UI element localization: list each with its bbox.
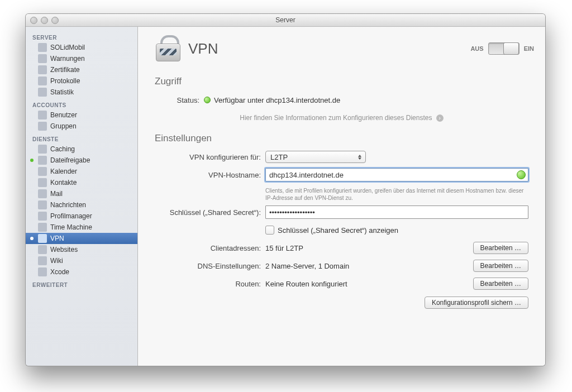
save-config-profile-button[interactable]: Konfigurationsprofil sichern … xyxy=(425,297,528,309)
wiki-icon xyxy=(38,256,47,265)
sidebar-item-wiki[interactable]: Wiki xyxy=(26,255,137,266)
sidebar-item-solidmobil[interactable]: SOLidMobil xyxy=(26,42,137,53)
sidebar-item-label: Profilmanager xyxy=(50,212,92,220)
calendar-icon xyxy=(38,167,47,176)
sidebar-item-kalender[interactable]: Kalender xyxy=(26,166,137,177)
protocol-select[interactable]: L2TP xyxy=(265,151,366,163)
websites-icon xyxy=(38,245,47,254)
sidebar-item-timemachine[interactable]: Time Machine xyxy=(26,222,137,233)
page-title: VPN xyxy=(188,40,218,58)
lock-icon xyxy=(154,35,182,63)
certificate-icon xyxy=(38,65,47,74)
service-toggle[interactable] xyxy=(488,42,519,55)
log-icon xyxy=(38,77,47,85)
hostname-hint: Clients, die mit Profilen konfiguriert w… xyxy=(155,185,528,205)
show-secret-label: Schlüssel („Shared Secret“) anzeigen xyxy=(278,226,398,235)
contacts-icon xyxy=(38,178,47,187)
status-dot-icon xyxy=(30,237,34,240)
sidebar-item-benutzer[interactable]: Benutzer xyxy=(26,109,137,121)
sidebar-item-dateifreigabe[interactable]: Dateifreigabe xyxy=(26,155,137,166)
megaphone-icon xyxy=(38,54,47,63)
fileshare-icon xyxy=(38,156,47,165)
mail-icon xyxy=(38,189,47,198)
sidebar-item-label: Wiki xyxy=(50,257,63,265)
sidebar-item-label: SOLidMobil xyxy=(50,44,85,51)
config-info-link[interactable]: Hier finden Sie Informationen zum Konfig… xyxy=(155,114,528,122)
group-icon xyxy=(38,122,47,131)
client-addresses-value: 15 für L2TP xyxy=(265,244,469,252)
sidebar-item-protokolle[interactable]: Protokolle xyxy=(26,75,137,87)
sidebar-item-label: Benutzer xyxy=(50,111,77,119)
sidebar-item-statistik[interactable]: Statistik xyxy=(26,87,137,98)
sidebar-item-label: Mail xyxy=(50,190,63,198)
edit-routes-button[interactable]: Bearbeiten … xyxy=(473,278,528,290)
computer-icon xyxy=(38,43,47,52)
sidebar-item-label: Caching xyxy=(50,145,75,153)
sidebar-item-vpn[interactable]: VPN xyxy=(26,233,137,244)
select-arrows-icon xyxy=(355,152,364,162)
sidebar-group-server: SERVER xyxy=(26,30,137,42)
sidebar-item-zertifikate[interactable]: Zertifikate xyxy=(26,64,137,75)
vpn-icon xyxy=(38,234,47,243)
chevron-right-icon: › xyxy=(436,114,444,122)
toggle-off-label: AUS xyxy=(470,45,483,52)
sidebar-item-caching[interactable]: Caching xyxy=(26,144,137,155)
sidebar-item-kontakte[interactable]: Kontakte xyxy=(26,177,137,188)
dns-settings-value: 2 Name-Server, 1 Domain xyxy=(265,262,469,270)
sidebar: SERVER SOLidMobil Warnungen Zertifikate … xyxy=(26,27,138,366)
sidebar-item-label: VPN xyxy=(50,235,64,242)
edit-client-addresses-button[interactable]: Bearbeiten … xyxy=(473,242,528,254)
timemachine-icon xyxy=(38,223,47,232)
hostname-input[interactable]: dhcp134.interdotnet.de xyxy=(265,168,528,181)
sidebar-item-gruppen[interactable]: Gruppen xyxy=(26,121,137,132)
messages-icon xyxy=(38,200,47,209)
sidebar-item-profilmanager[interactable]: Profilmanager xyxy=(26,211,137,222)
server-window: Server SERVER SOLidMobil Warnungen Zerti… xyxy=(25,13,546,366)
toggle-on-label: EIN xyxy=(524,45,534,52)
sidebar-item-label: Nachrichten xyxy=(50,201,86,209)
sidebar-item-label: Protokolle xyxy=(50,77,80,85)
client-addresses-label: Clientadressen: xyxy=(155,244,265,252)
window-title: Server xyxy=(26,16,545,24)
status-label: Status: xyxy=(155,96,204,104)
sidebar-item-label: Kontakte xyxy=(50,179,77,187)
sidebar-item-mail[interactable]: Mail xyxy=(26,188,137,199)
sidebar-item-label: Statistik xyxy=(50,88,74,96)
edit-dns-button[interactable]: Bearbeiten … xyxy=(473,260,528,272)
shared-secret-input[interactable]: •••••••••••••••••• xyxy=(265,205,528,219)
main-pane: VPN AUS EIN Zugriff Status: Verfügbar un… xyxy=(138,27,545,366)
sidebar-item-label: Websites xyxy=(50,246,78,254)
sidebar-group-dienste: DIENSTE xyxy=(26,132,137,144)
sidebar-item-label: Time Machine xyxy=(50,223,92,231)
routes-value: Keine Routen konfiguriert xyxy=(265,280,469,288)
status-dot-icon xyxy=(30,159,34,162)
xcode-icon xyxy=(38,267,47,276)
sidebar-item-websites[interactable]: Websites xyxy=(26,244,137,255)
valid-icon xyxy=(517,170,526,179)
sidebar-item-warnungen[interactable]: Warnungen xyxy=(26,53,137,64)
stats-icon xyxy=(38,88,47,97)
show-secret-checkbox[interactable] xyxy=(265,226,274,235)
sidebar-group-accounts: ACCOUNTS xyxy=(26,98,137,109)
sidebar-item-label: Dateifreigabe xyxy=(50,156,90,164)
caching-icon xyxy=(38,145,47,154)
configure-for-label: VPN konfigurieren für: xyxy=(155,153,265,161)
routes-label: Routen: xyxy=(155,280,265,288)
sidebar-item-xcode[interactable]: Xcode xyxy=(26,266,137,278)
sidebar-item-label: Gruppen xyxy=(50,122,77,130)
dns-settings-label: DNS-Einstellungen: xyxy=(155,262,265,270)
user-icon xyxy=(38,111,47,119)
sidebar-item-label: Xcode xyxy=(50,268,69,276)
titlebar: Server xyxy=(26,14,545,27)
status-indicator-icon xyxy=(204,97,211,103)
hostname-label: VPN-Hostname: xyxy=(155,171,265,179)
access-heading: Zugriff xyxy=(155,76,528,87)
settings-heading: Einstellungen xyxy=(155,133,528,144)
sidebar-item-label: Warnungen xyxy=(50,55,85,63)
status-text: Verfügbar unter dhcp134.interdotnet.de xyxy=(214,96,340,104)
sidebar-item-nachrichten[interactable]: Nachrichten xyxy=(26,199,137,211)
sidebar-item-label: Kalender xyxy=(50,168,77,175)
gear-icon xyxy=(38,212,47,221)
secret-label: Schlüssel („Shared Secret“): xyxy=(155,208,265,217)
sidebar-item-label: Zertifikate xyxy=(50,66,80,74)
